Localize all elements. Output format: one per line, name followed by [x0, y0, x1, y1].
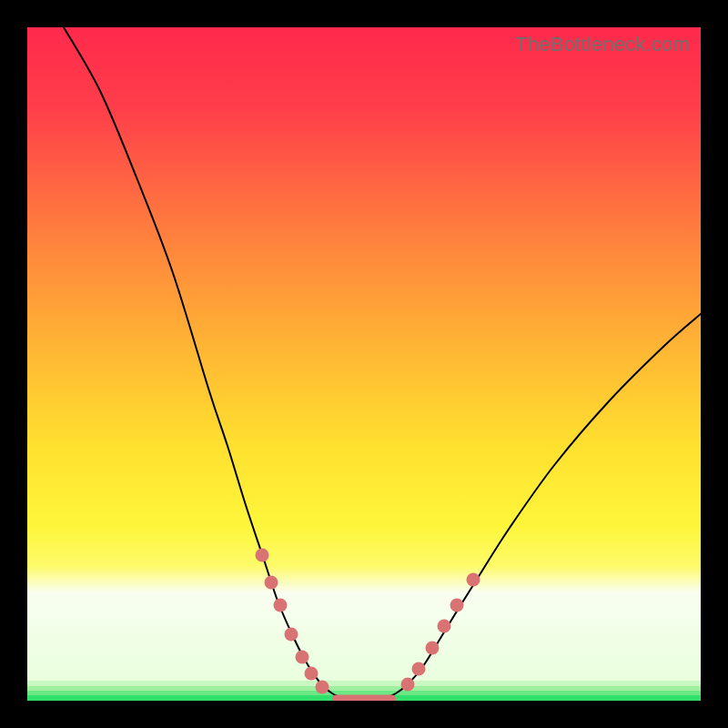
marker-dot-left: [256, 549, 269, 562]
marker-dot-left: [305, 667, 318, 681]
curve-left: [64, 27, 346, 699]
marker-dot-left: [274, 599, 288, 612]
marker-dot-right: [438, 620, 451, 633]
marker-dot-right: [467, 573, 480, 587]
curve-svg: [27, 27, 701, 701]
marker-dot-right: [450, 599, 464, 612]
marker-dot-right: [426, 642, 440, 655]
chart-frame: TheBottleneck.com: [0, 0, 728, 728]
curve-right: [382, 314, 701, 699]
marker-dot-left: [296, 651, 309, 664]
plot-area: TheBottleneck.com: [27, 27, 701, 701]
marker-dot-right: [412, 662, 426, 676]
bottom-marker-bar: [332, 695, 396, 702]
marker-dot-left: [265, 576, 278, 590]
marker-dot-left: [316, 681, 329, 694]
marker-dot-left: [285, 628, 298, 642]
watermark-text: TheBottleneck.com: [515, 33, 690, 56]
marker-dot-right: [401, 678, 415, 692]
